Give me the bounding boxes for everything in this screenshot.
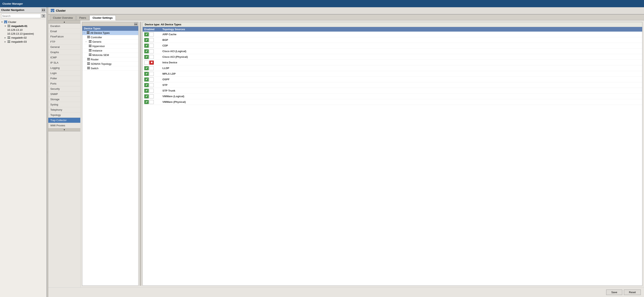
toggle-on-ospf[interactable]: ✔ <box>144 78 149 82</box>
settings-item-login[interactable]: Login <box>48 71 80 76</box>
settings-item-flowfalcon[interactable]: FlowFalcon <box>48 34 80 39</box>
device-item-sdwan[interactable]: SDWAN Topology <box>82 62 138 66</box>
device-item-motorolasem[interactable]: Motorola SEM <box>82 53 138 57</box>
tree-item-megadeth-01[interactable]: ▼ megadeth-01 <box>0 24 46 28</box>
device-item-switch[interactable]: Switch <box>82 66 138 71</box>
save-button[interactable]: Save <box>606 290 622 295</box>
svg-rect-37 <box>87 59 90 60</box>
cluster-tree: ▼ Cluster ▼ <box>0 19 46 297</box>
settings-item-ports[interactable]: Ports <box>48 81 80 86</box>
toggle-off-ospf[interactable] <box>149 78 154 82</box>
tree-item-megadeth-03[interactable]: ► megadeth-03 <box>0 40 46 44</box>
source-list: ✔ ARP Cache ✔ BGP <box>143 32 642 286</box>
svg-rect-29 <box>89 42 92 43</box>
settings-item-graphs[interactable]: Graphs <box>48 50 80 55</box>
search-input[interactable] <box>1 14 41 18</box>
settings-item-security[interactable]: Security <box>48 86 80 92</box>
settings-item-telephony[interactable]: Telephony <box>48 107 80 112</box>
toggle-on-cisco-aci-logical[interactable]: ✔ <box>144 49 149 53</box>
expand-icon-cluster: ▼ <box>1 21 3 23</box>
toggle-off-vmware-logical[interactable] <box>149 94 154 98</box>
settings-item-logging[interactable]: Logging <box>48 66 80 71</box>
settings-item-ftp[interactable]: FTP <box>48 39 80 44</box>
tree-item-megadeth-02[interactable]: ► megadeth-02 <box>0 36 46 40</box>
device-item-instance[interactable]: Instance <box>82 48 138 53</box>
source-row-stp-trunk: ✔ STP Trunk <box>143 88 642 94</box>
tree-label-cluster: Cluster <box>8 20 16 24</box>
main-splitter[interactable]: ⋮ <box>47 7 48 297</box>
device-item-router[interactable]: Router <box>82 57 138 62</box>
device-item-controller[interactable]: Controller <box>82 35 138 40</box>
settings-sidebar: ▲ Duration Email FlowFalcon FTP General … <box>48 20 80 287</box>
toggle-on-cdp[interactable]: ✔ <box>144 44 149 48</box>
toggle-off-mpls-ldp[interactable] <box>149 72 154 76</box>
toggle-on-vmware-physical[interactable]: ✔ <box>144 100 149 104</box>
svg-rect-26 <box>87 36 90 37</box>
device-icon-motorolasem <box>89 54 92 56</box>
toggle-area-vmware-physical: ✔ <box>144 100 162 104</box>
toggle-area-cdp: ✔ <box>144 44 162 48</box>
toggle-on-cisco-aci-physical[interactable]: ✔ <box>144 55 149 59</box>
toggle-off-stp[interactable] <box>149 83 154 87</box>
settings-item-wmiproxies[interactable]: WMI Proxies <box>48 123 80 128</box>
settings-item-general[interactable]: General <box>48 44 80 50</box>
settings-item-topology[interactable]: Topology <box>48 112 80 118</box>
toggle-area-stp: ✔ <box>144 83 162 87</box>
toggle-on-vmware-logical[interactable]: ✔ <box>144 94 149 98</box>
source-name-intra-device: Intra Device <box>162 61 640 64</box>
settings-menu-list: Duration Email FlowFalcon FTP General Gr… <box>48 24 80 128</box>
settings-scroll-up[interactable]: ▲ <box>48 20 80 24</box>
main-layout: Cluster Navigation ◄► ✕ ▼ <box>0 7 644 297</box>
svg-rect-41 <box>87 68 90 69</box>
toggle-on-bgp[interactable]: ✔ <box>144 38 149 42</box>
toggle-off-vmware-physical[interactable] <box>149 100 154 104</box>
tree-item-ip1[interactable]: 10.129.13.10 <box>0 28 46 32</box>
settings-item-snmp[interactable]: SNMP <box>48 92 80 97</box>
collapse-left-panel-button[interactable]: ◄► <box>42 8 45 12</box>
toggle-on-stp[interactable]: ✔ <box>144 83 149 87</box>
svg-point-12 <box>10 37 10 37</box>
tree-item-cluster[interactable]: ▼ Cluster <box>0 20 46 24</box>
tree-item-ip2[interactable]: 10.129.13.13 (passive) <box>0 32 46 36</box>
device-item-generic[interactable]: − Generic <box>82 40 138 44</box>
collapse-device-types-button[interactable]: ◄► <box>134 22 138 26</box>
tab-cluster-settings[interactable]: Cluster Settings <box>90 15 116 20</box>
toggle-off-stp-trunk[interactable] <box>149 89 154 93</box>
toggle-off-arp[interactable] <box>149 32 154 36</box>
device-icon-sdwan <box>87 62 90 66</box>
toggle-off-cdp[interactable] <box>149 44 154 48</box>
toggle-on-arp[interactable]: ✔ <box>144 32 149 36</box>
tab-peers[interactable]: Peers <box>76 15 89 20</box>
settings-item-duration[interactable]: Duration <box>48 24 80 29</box>
settings-item-icmp[interactable]: ICMP <box>48 55 80 60</box>
device-item-all[interactable]: − All Device Types <box>82 31 138 35</box>
device-item-hypervisor[interactable]: Hypervisor <box>82 44 138 48</box>
toggle-on-mpls-ldp[interactable]: ✔ <box>144 72 149 76</box>
svg-rect-31 <box>89 46 92 47</box>
settings-item-syslog[interactable]: Syslog <box>48 102 80 107</box>
settings-item-storage[interactable]: Storage <box>48 97 80 102</box>
svg-rect-28 <box>89 40 92 41</box>
tabs-bar: Cluster Overview Peers Cluster Settings <box>48 14 644 20</box>
clear-search-button[interactable]: ✕ <box>42 14 45 18</box>
toggle-off-lldp[interactable] <box>149 66 154 70</box>
reset-button[interactable]: Reset <box>624 290 641 295</box>
toggle-on-stp-trunk[interactable]: ✔ <box>144 89 149 93</box>
svg-rect-35 <box>89 55 92 56</box>
col-enabled-label: Enabled <box>144 28 162 31</box>
settings-item-poller[interactable]: Poller <box>48 76 80 81</box>
toggle-off-cisco-aci-logical[interactable] <box>149 49 154 53</box>
toggle-on-lldp[interactable]: ✔ <box>144 66 149 70</box>
toggle-x-intra-device[interactable]: ✖ <box>149 60 154 64</box>
tab-cluster-overview[interactable]: Cluster Overview <box>50 15 76 20</box>
device-label-all: All Device Types <box>90 32 110 34</box>
title-bar: Cluster Manager <box>0 0 644 7</box>
settings-item-trapcollector[interactable]: Trap Collector <box>48 118 80 123</box>
settings-scroll-down[interactable]: ▼ <box>48 128 80 132</box>
toggle-off-intra-device[interactable] <box>144 60 149 64</box>
device-source-splitter[interactable]: ⋮ <box>140 22 141 286</box>
settings-item-email[interactable]: Email <box>48 29 80 34</box>
settings-item-ipsla[interactable]: IP SLA <box>48 60 80 66</box>
toggle-off-cisco-aci-physical[interactable] <box>149 55 154 59</box>
toggle-off-bgp[interactable] <box>149 38 154 42</box>
